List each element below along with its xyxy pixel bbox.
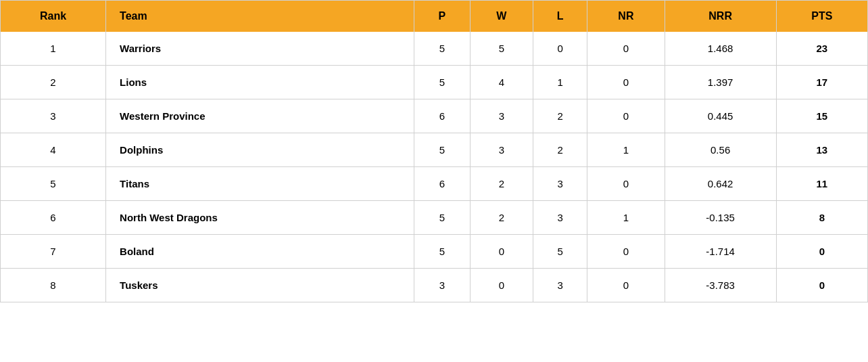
- cell-pts: 8: [776, 201, 867, 235]
- cell-w: 3: [470, 133, 533, 167]
- header-rank: Rank: [1, 1, 106, 32]
- standings-table: Rank Team P W L NR NRR PTS 1Warriors5500…: [0, 0, 868, 302]
- cell-nr: 0: [587, 235, 665, 269]
- cell-l: 5: [533, 235, 587, 269]
- cell-rank: 7: [1, 235, 106, 269]
- cell-team: Warriors: [106, 32, 414, 66]
- cell-nrr: 0.642: [665, 167, 776, 201]
- cell-team: Lions: [106, 66, 414, 99]
- cell-l: 3: [533, 201, 587, 235]
- cell-nrr: 1.397: [665, 66, 776, 99]
- cell-nrr: 1.468: [665, 32, 776, 66]
- cell-p: 6: [414, 167, 470, 201]
- cell-pts: 23: [776, 32, 867, 66]
- cell-nr: 0: [587, 269, 665, 302]
- cell-p: 5: [414, 133, 470, 167]
- cell-rank: 5: [1, 167, 106, 201]
- cell-l: 0: [533, 32, 587, 66]
- cell-w: 5: [470, 32, 533, 66]
- cell-l: 2: [533, 99, 587, 133]
- cell-nrr: 0.56: [665, 133, 776, 167]
- cell-p: 5: [414, 235, 470, 269]
- cell-w: 0: [470, 235, 533, 269]
- cell-l: 1: [533, 66, 587, 99]
- cell-rank: 2: [1, 66, 106, 99]
- cell-w: 4: [470, 66, 533, 99]
- cell-rank: 6: [1, 201, 106, 235]
- cell-nrr: -0.135: [665, 201, 776, 235]
- cell-rank: 8: [1, 269, 106, 302]
- cell-p: 5: [414, 66, 470, 99]
- header-team: Team: [106, 1, 414, 32]
- cell-l: 3: [533, 269, 587, 302]
- table-row: 7Boland5050-1.7140: [1, 235, 868, 269]
- cell-pts: 17: [776, 66, 867, 99]
- cell-team: Titans: [106, 167, 414, 201]
- cell-w: 3: [470, 99, 533, 133]
- cell-nr: 0: [587, 66, 665, 99]
- cell-p: 6: [414, 99, 470, 133]
- cell-nr: 0: [587, 32, 665, 66]
- cell-nr: 0: [587, 167, 665, 201]
- cell-p: 3: [414, 269, 470, 302]
- cell-l: 2: [533, 133, 587, 167]
- table-row: 2Lions54101.39717: [1, 66, 868, 99]
- cell-nr: 0: [587, 99, 665, 133]
- table-row: 8Tuskers3030-3.7830: [1, 269, 868, 302]
- cell-pts: 13: [776, 133, 867, 167]
- cell-w: 0: [470, 269, 533, 302]
- cell-nrr: -1.714: [665, 235, 776, 269]
- cell-team: Western Province: [106, 99, 414, 133]
- table-header-row: Rank Team P W L NR NRR PTS: [1, 1, 868, 32]
- cell-p: 5: [414, 201, 470, 235]
- cell-nr: 1: [587, 133, 665, 167]
- cell-nrr: 0.445: [665, 99, 776, 133]
- cell-pts: 11: [776, 167, 867, 201]
- cell-pts: 0: [776, 269, 867, 302]
- cell-w: 2: [470, 201, 533, 235]
- cell-w: 2: [470, 167, 533, 201]
- cell-team: Dolphins: [106, 133, 414, 167]
- standings-table-container: Rank Team P W L NR NRR PTS 1Warriors5500…: [0, 0, 868, 362]
- table-row: 1Warriors55001.46823: [1, 32, 868, 66]
- cell-pts: 15: [776, 99, 867, 133]
- cell-l: 3: [533, 167, 587, 201]
- cell-pts: 0: [776, 235, 867, 269]
- cell-rank: 3: [1, 99, 106, 133]
- header-nrr: NRR: [665, 1, 776, 32]
- cell-team: Tuskers: [106, 269, 414, 302]
- header-pts: PTS: [776, 1, 867, 32]
- cell-nrr: -3.783: [665, 269, 776, 302]
- table-row: 5Titans62300.64211: [1, 167, 868, 201]
- header-nr: NR: [587, 1, 665, 32]
- cell-team: Boland: [106, 235, 414, 269]
- cell-rank: 4: [1, 133, 106, 167]
- table-row: 6North West Dragons5231-0.1358: [1, 201, 868, 235]
- cell-p: 5: [414, 32, 470, 66]
- header-w: W: [470, 1, 533, 32]
- cell-team: North West Dragons: [106, 201, 414, 235]
- table-row: 3Western Province63200.44515: [1, 99, 868, 133]
- header-l: L: [533, 1, 587, 32]
- cell-rank: 1: [1, 32, 106, 66]
- table-row: 4Dolphins53210.5613: [1, 133, 868, 167]
- header-p: P: [414, 1, 470, 32]
- cell-nr: 1: [587, 201, 665, 235]
